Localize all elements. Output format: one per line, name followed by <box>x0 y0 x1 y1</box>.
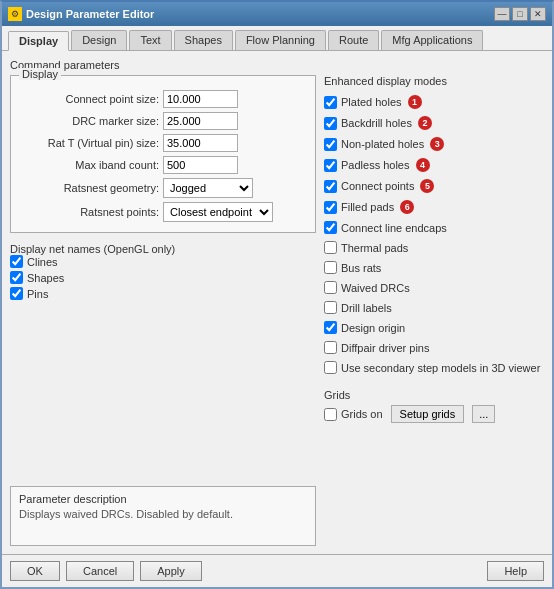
drill-labels-label: Drill labels <box>341 302 392 314</box>
rat-t-size-input[interactable] <box>163 134 238 152</box>
thermal-pads-row: Thermal pads <box>324 241 544 254</box>
param-desc-title: Parameter description <box>19 493 307 505</box>
apply-button[interactable]: Apply <box>140 561 202 581</box>
max-iband-label: Max iband count: <box>19 159 159 171</box>
plated-holes-checkbox[interactable] <box>324 96 337 109</box>
connect-line-endcaps-label: Connect line endcaps <box>341 222 447 234</box>
tab-flow-planning[interactable]: Flow Planning <box>235 30 326 50</box>
display-group-title: Display <box>19 68 61 80</box>
diffpair-driver-checkbox[interactable] <box>324 341 337 354</box>
connect-point-size-label: Connect point size: <box>19 93 159 105</box>
filled-pads-checkbox[interactable] <box>324 201 337 214</box>
non-plated-holes-checkbox[interactable] <box>324 138 337 151</box>
max-iband-input[interactable] <box>163 156 238 174</box>
ratsnest-geometry-label: Ratsnest geometry: <box>19 182 159 194</box>
drc-marker-size-row: DRC marker size: <box>19 112 307 130</box>
tabs-bar: Display Design Text Shapes Flow Planning… <box>2 26 552 51</box>
connect-line-endcaps-checkbox[interactable] <box>324 221 337 234</box>
plated-holes-label: Plated holes <box>341 96 402 108</box>
clines-checkbox[interactable] <box>10 255 23 268</box>
title-bar-left: ⚙ Design Parameter Editor <box>8 7 154 21</box>
connect-points-label: Connect points <box>341 180 414 192</box>
diffpair-driver-row: Diffpair driver pins <box>324 341 544 354</box>
waived-drcs-label: Waived DRCs <box>341 282 410 294</box>
grids-on-checkbox[interactable] <box>324 408 337 421</box>
setup-grids-button[interactable]: Setup grids <box>391 405 465 423</box>
shapes-label: Shapes <box>27 272 64 284</box>
title-bar: ⚙ Design Parameter Editor — □ ✕ <box>2 2 552 26</box>
param-desc-text: Displays waived DRCs. Disabled by defaul… <box>19 508 307 520</box>
tab-mfg-applications[interactable]: Mfg Applications <box>381 30 483 50</box>
padless-holes-checkbox[interactable] <box>324 159 337 172</box>
main-row: Display Connect point size: DRC marker s… <box>10 75 544 546</box>
plated-holes-row: Plated holes 1 <box>324 95 544 109</box>
window-title: Design Parameter Editor <box>26 8 154 20</box>
bottom-left-buttons: OK Cancel Apply <box>10 561 202 581</box>
drc-marker-size-input[interactable] <box>163 112 238 130</box>
shapes-checkbox[interactable] <box>10 271 23 284</box>
pins-checkbox[interactable] <box>10 287 23 300</box>
design-origin-label: Design origin <box>341 322 405 334</box>
drill-labels-row: Drill labels <box>324 301 544 314</box>
tab-design[interactable]: Design <box>71 30 127 50</box>
minimize-button[interactable]: — <box>494 7 510 21</box>
window-icon: ⚙ <box>8 7 22 21</box>
padless-holes-label: Padless holes <box>341 159 410 171</box>
padless-holes-row: Padless holes 4 <box>324 158 544 172</box>
ratsnest-geometry-row: Ratsnest geometry: Jogged Straight <box>19 178 307 198</box>
thermal-pads-label: Thermal pads <box>341 242 408 254</box>
right-panel: Enhanced display modes Plated holes 1 Ba… <box>324 75 544 546</box>
backdrill-holes-badge: 2 <box>418 116 432 130</box>
drc-marker-size-label: DRC marker size: <box>19 115 159 127</box>
tab-text[interactable]: Text <box>129 30 171 50</box>
bus-rats-checkbox[interactable] <box>324 261 337 274</box>
help-button[interactable]: Help <box>487 561 544 581</box>
grids-section: Grids Grids on Setup grids ... <box>324 389 544 423</box>
net-names-label: Display net names (OpenGL only) <box>10 243 175 255</box>
filled-pads-badge: 6 <box>400 200 414 214</box>
tab-route[interactable]: Route <box>328 30 379 50</box>
ratsnest-points-select[interactable]: Closest endpoint Center <box>163 202 273 222</box>
connect-line-endcaps-row: Connect line endcaps <box>324 221 544 234</box>
clines-label: Clines <box>27 256 58 268</box>
bus-rats-label: Bus rats <box>341 262 381 274</box>
non-plated-holes-label: Non-plated holes <box>341 138 424 150</box>
max-iband-row: Max iband count: <box>19 156 307 174</box>
backdrill-holes-checkbox[interactable] <box>324 117 337 130</box>
ok-button[interactable]: OK <box>10 561 60 581</box>
title-buttons: — □ ✕ <box>494 7 546 21</box>
tab-display[interactable]: Display <box>8 31 69 51</box>
connect-points-row: Connect points 5 <box>324 179 544 193</box>
maximize-button[interactable]: □ <box>512 7 528 21</box>
padless-holes-badge: 4 <box>416 158 430 172</box>
connect-points-checkbox[interactable] <box>324 180 337 193</box>
dots-button[interactable]: ... <box>472 405 495 423</box>
connect-point-size-input[interactable] <box>163 90 238 108</box>
drill-labels-checkbox[interactable] <box>324 301 337 314</box>
design-origin-checkbox[interactable] <box>324 321 337 334</box>
thermal-pads-checkbox[interactable] <box>324 241 337 254</box>
filled-pads-row: Filled pads 6 <box>324 200 544 214</box>
grids-on-row: Grids on <box>324 408 383 421</box>
secondary-step-checkbox[interactable] <box>324 361 337 374</box>
pins-label: Pins <box>27 288 48 300</box>
tab-shapes[interactable]: Shapes <box>174 30 233 50</box>
cancel-button[interactable]: Cancel <box>66 561 134 581</box>
content-area: Command parameters Display Connect point… <box>2 51 552 554</box>
connect-point-size-row: Connect point size: <box>19 90 307 108</box>
connect-points-badge: 5 <box>420 179 434 193</box>
pins-row: Pins <box>10 287 316 300</box>
ratsnest-geometry-select[interactable]: Jogged Straight <box>163 178 253 198</box>
waived-drcs-checkbox[interactable] <box>324 281 337 294</box>
bus-rats-row: Bus rats <box>324 261 544 274</box>
rat-t-size-row: Rat T (Virtual pin) size: <box>19 134 307 152</box>
backdrill-holes-label: Backdrill holes <box>341 117 412 129</box>
close-button[interactable]: ✕ <box>530 7 546 21</box>
command-parameters-label: Command parameters <box>10 59 544 71</box>
enhanced-display-title: Enhanced display modes <box>324 75 544 87</box>
shapes-row: Shapes <box>10 271 316 284</box>
secondary-step-label: Use secondary step models in 3D viewer <box>341 362 540 374</box>
bottom-bar: OK Cancel Apply Help <box>2 554 552 587</box>
backdrill-holes-row: Backdrill holes 2 <box>324 116 544 130</box>
secondary-step-row: Use secondary step models in 3D viewer <box>324 361 544 374</box>
